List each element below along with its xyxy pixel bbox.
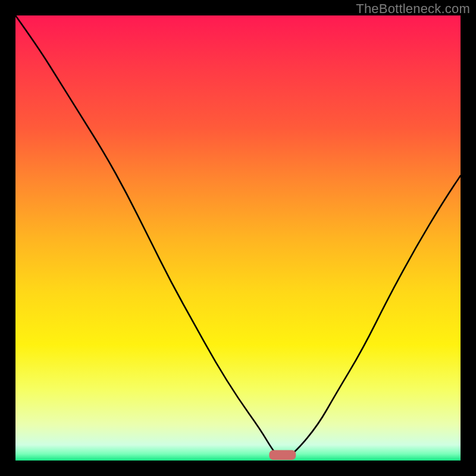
watermark-label: TheBottleneck.com [356, 1, 470, 17]
gradient-background [15, 15, 461, 461]
chart-frame: TheBottleneck.com [0, 0, 476, 476]
optimum-marker [269, 450, 296, 461]
chart-svg [15, 15, 461, 461]
plot-area [15, 15, 461, 461]
